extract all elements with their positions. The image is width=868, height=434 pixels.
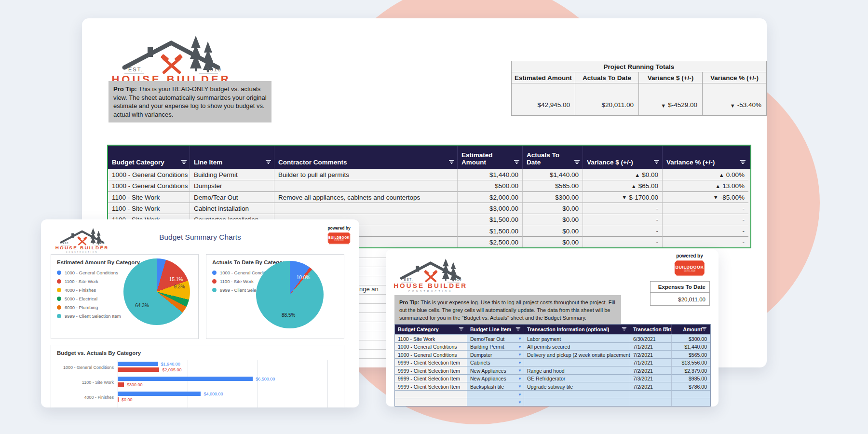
expense-line-item-cell[interactable]: New Appliances▼ — [467, 366, 524, 374]
expense-category-cell[interactable]: 1000 - General Conditions — [395, 342, 467, 351]
bar-estimated[interactable] — [118, 377, 253, 381]
estimated-cell[interactable]: $500.00 — [458, 180, 523, 191]
estimated-cell[interactable]: $1,500.00 — [458, 214, 523, 225]
estimated-cell[interactable]: $1,440.00 — [458, 169, 523, 180]
actuals-cell[interactable]: $565.00 — [523, 180, 583, 191]
category-cell[interactable]: 1000 - General Conditions — [108, 180, 190, 191]
dropdown-arrow-icon[interactable]: ▼ — [518, 353, 522, 357]
comments-cell[interactable] — [274, 180, 458, 191]
estimated-cell[interactable]: $1,500.00 — [458, 225, 523, 236]
dropdown-arrow-icon[interactable]: ▼ — [518, 393, 522, 397]
variance-cell[interactable]: ▲13.00% — [663, 180, 748, 191]
filter-icon[interactable] — [459, 327, 463, 331]
expense-info-cell[interactable] — [524, 390, 630, 398]
line-item-cell[interactable]: Demo/Tear Out — [190, 191, 274, 203]
expense-line-item-cell[interactable]: Dumpster▼ — [467, 350, 524, 358]
variance-cell[interactable]: - — [583, 225, 663, 236]
expense-category-cell[interactable] — [395, 390, 467, 398]
actuals-cell[interactable]: $0.00 — [523, 203, 583, 214]
expense-date-cell[interactable]: 7/1/2021 — [630, 342, 672, 351]
dropdown-arrow-icon[interactable]: ▼ — [518, 337, 522, 341]
filter-icon[interactable] — [265, 160, 271, 164]
variance-cell[interactable]: - — [583, 214, 663, 225]
filter-icon[interactable] — [448, 160, 454, 164]
filter-icon[interactable] — [574, 160, 580, 164]
comments-cell[interactable]: Remove all appliances, cabinets and coun… — [274, 191, 458, 203]
dropdown-arrow-icon[interactable]: ▼ — [518, 345, 522, 349]
expense-line-item-cell[interactable]: Building Permit▼ — [467, 342, 524, 351]
filter-icon[interactable] — [514, 160, 519, 164]
filter-icon[interactable] — [653, 160, 659, 164]
variance-cell[interactable]: ▼$-1700.00 — [583, 191, 663, 203]
line-item-cell[interactable]: Cabinet installation — [190, 203, 274, 214]
expense-info-cell[interactable] — [524, 398, 630, 406]
filter-icon[interactable] — [663, 327, 668, 331]
variance-cell[interactable]: - — [663, 203, 748, 214]
actuals-cell[interactable]: $0.00 — [523, 225, 583, 236]
category-cell[interactable]: 1100 - Site Work — [108, 191, 190, 203]
expense-info-cell[interactable]: Upgrade subway tile — [524, 382, 630, 390]
expense-category-cell[interactable]: 9999 - Client Selection Item — [395, 374, 467, 382]
filter-icon[interactable] — [515, 327, 520, 331]
comments-cell[interactable] — [274, 203, 458, 214]
actuals-cell[interactable]: $0.00 — [523, 236, 583, 247]
expense-category-cell[interactable]: 1100 - Site Work — [395, 334, 467, 342]
variance-cell[interactable]: ▲0.00% — [663, 169, 748, 180]
estimated-cell[interactable]: $3,000.00 — [458, 203, 523, 214]
variance-cell[interactable]: - — [583, 236, 663, 247]
expense-amount-cell[interactable] — [672, 390, 710, 398]
expense-date-cell[interactable] — [630, 390, 672, 398]
expense-info-cell[interactable]: GE Refridgerator — [524, 374, 630, 382]
buildbook-badge[interactable]: BUILDBOOK EST'D 2018 — [327, 232, 351, 244]
dropdown-arrow-icon[interactable]: ▼ — [518, 384, 522, 389]
expense-amount-cell[interactable]: $1,440.00 — [672, 342, 710, 351]
expense-amount-cell[interactable]: $13,556.00 — [672, 358, 710, 366]
expense-line-item-cell[interactable]: ▼ — [467, 390, 524, 398]
expense-line-item-cell[interactable]: New Appliances▼ — [467, 374, 524, 382]
expense-line-item-cell[interactable]: Demo/Tear Out▼ — [467, 334, 524, 342]
expense-amount-cell[interactable]: $786.00 — [672, 382, 710, 390]
bar-estimated[interactable] — [118, 362, 158, 366]
expense-category-cell[interactable] — [395, 398, 467, 406]
variance-cell[interactable]: - — [663, 236, 748, 247]
variance-cell[interactable]: - — [663, 225, 748, 236]
filter-icon[interactable] — [622, 327, 626, 331]
actuals-cell[interactable]: $300.00 — [523, 191, 583, 203]
expense-date-cell[interactable]: 7/2/2021 — [630, 382, 672, 390]
expense-date-cell[interactable]: 7/2/2021 — [630, 350, 672, 358]
filter-icon[interactable] — [181, 160, 187, 164]
expense-date-cell[interactable] — [630, 398, 672, 406]
expense-date-cell[interactable]: 7/1/2021 — [630, 358, 672, 366]
expense-line-item-cell[interactable]: Cabinets▼ — [467, 358, 524, 366]
bar-actuals[interactable] — [118, 367, 159, 372]
expense-info-cell[interactable]: Labor payment — [524, 334, 630, 342]
bar-estimated[interactable] — [118, 392, 201, 396]
variance-cell[interactable]: - — [663, 214, 748, 225]
estimated-cell[interactable]: $2,000.00 — [458, 191, 523, 203]
expense-info-cell[interactable]: Range and hood — [524, 366, 630, 374]
variance-cell[interactable]: ▲$0.00 — [583, 169, 663, 180]
expense-date-cell[interactable]: 7/2/2021 — [630, 366, 672, 374]
line-item-cell[interactable]: Building Permit — [190, 169, 274, 180]
dropdown-arrow-icon[interactable]: ▼ — [518, 400, 522, 405]
filter-icon[interactable] — [702, 327, 706, 331]
actuals-cell[interactable]: $1,440.00 — [523, 169, 583, 180]
expense-category-cell[interactable]: 9999 - Client Selection Item — [395, 358, 467, 366]
expense-category-cell[interactable]: 9999 - Client Selection Item — [395, 366, 467, 374]
buildbook-badge[interactable]: BUILDBOOK EST'D 2018 — [674, 260, 705, 276]
variance-cell[interactable]: - — [583, 203, 663, 214]
actuals-cell[interactable]: $0.00 — [523, 214, 583, 225]
filter-icon[interactable] — [740, 160, 746, 164]
variance-cell[interactable]: ▲$65.00 — [583, 180, 663, 191]
expense-info-cell[interactable] — [524, 358, 630, 366]
bar-actuals[interactable] — [118, 382, 124, 387]
category-cell[interactable]: 1100 - Site Work — [108, 203, 190, 214]
dropdown-arrow-icon[interactable]: ▼ — [518, 368, 522, 373]
estimated-cell[interactable]: $2,500.00 — [458, 236, 523, 247]
comments-cell[interactable]: Builder to pull all permits — [274, 169, 458, 180]
expense-category-cell[interactable]: 9999 - Client Selection Item — [395, 382, 467, 390]
expense-amount-cell[interactable]: $2,379.00 — [672, 366, 710, 374]
bar-actuals[interactable] — [118, 397, 119, 402]
variance-cell[interactable]: ▼-85.00% — [663, 191, 748, 203]
dropdown-arrow-icon[interactable]: ▼ — [518, 361, 522, 365]
